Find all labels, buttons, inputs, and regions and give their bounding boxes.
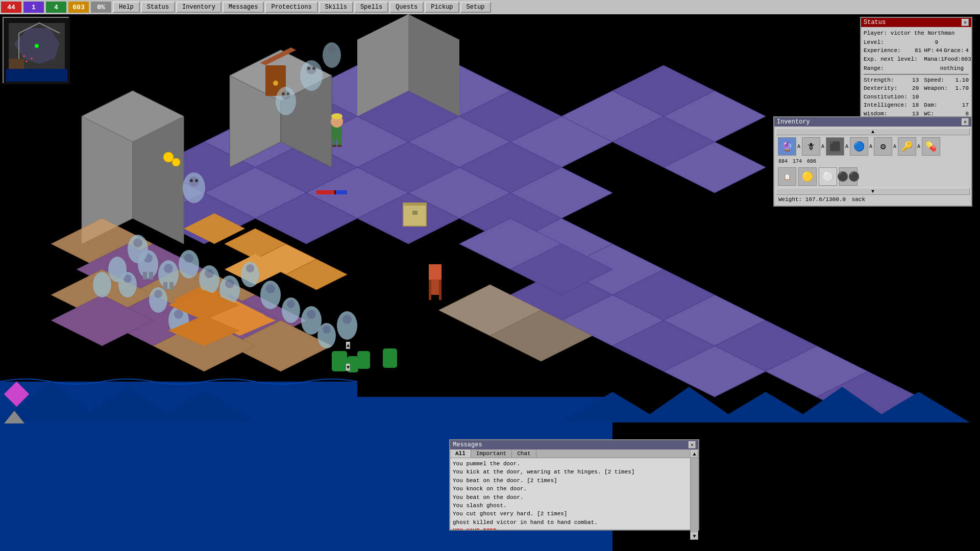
con-value: 10 [912, 93, 919, 102]
range-row: Range: nothing [864, 64, 969, 73]
svg-point-135 [108, 257, 127, 282]
svg-point-130 [323, 325, 331, 334]
svg-rect-80 [333, 139, 336, 145]
inventory-row-2: 📋 🟡 ⚪ ⚫⚫ [776, 165, 970, 188]
tab-all[interactable]: All [450, 449, 471, 458]
messages-scroll-down[interactable]: ▼ [691, 533, 698, 540]
messages-button[interactable]: Messages [223, 2, 264, 13]
msg-line-1: You kick at the door, wearing at the hin… [453, 468, 696, 476]
status-title-label: Status [864, 19, 886, 26]
svg-rect-141 [412, 211, 418, 215]
svg-point-122 [174, 310, 183, 319]
messages-close-button[interactable]: ✕ [689, 441, 696, 448]
inventory-slot-7[interactable]: 📋 [778, 167, 796, 186]
svg-point-134 [133, 238, 142, 247]
messages-content[interactable]: You pummel the door. You kick at the doo… [450, 458, 698, 530]
level-value: 9 [935, 38, 938, 47]
svg-point-170 [23, 55, 25, 57]
inventory-slot-8[interactable]: 🟡 [798, 167, 817, 186]
hp-stat-value: 44 [936, 46, 942, 55]
exp-hp-row: Experience: 81 HP: 44 Grace: 4 [864, 46, 969, 55]
inventory-slot-2[interactable]: ⬛ [826, 137, 844, 156]
scroll-down-button[interactable]: ▼ [346, 364, 350, 371]
tab-chat[interactable]: Chat [512, 449, 536, 458]
spells-button[interactable]: Spells [354, 2, 388, 13]
player-name: Player: victor the Northman [864, 29, 954, 38]
messages-title-label: Messages [453, 441, 482, 448]
svg-point-118 [225, 279, 234, 288]
inventory-slot-4[interactable]: ⚙ [874, 137, 892, 156]
range-label: Range: [864, 64, 884, 73]
speed-label: Speed: [924, 76, 944, 85]
help-button[interactable]: Help [113, 2, 140, 13]
inventory-title-bar[interactable]: Inventory ✕ [774, 117, 971, 127]
svg-point-99 [190, 179, 193, 182]
status-close-button[interactable]: ✕ [962, 19, 969, 26]
msg-line-7: ghost killed victor in hand to hand comb… [453, 519, 696, 527]
inventory-slot-1[interactable]: 🗡 [802, 137, 820, 156]
svg-point-128 [307, 310, 316, 319]
inventory-slot-9[interactable]: ⚪ [819, 167, 837, 186]
grace-label: Grace: [944, 46, 964, 55]
pickup-button[interactable]: Pickup [425, 2, 459, 13]
weapon-value: 1.70 [955, 84, 969, 93]
strength-speed-row: Strength: 13 Speed: 1.10 [864, 76, 969, 85]
svg-point-167 [35, 44, 39, 48]
inventory-slot-3[interactable]: 🔵 [850, 137, 868, 156]
inventory-row-1: 🔮 A 🗡 A ⬛ A 🔵 A ⚙ [776, 135, 970, 158]
scroll-up-button[interactable]: ▲ [346, 342, 350, 349]
inventory-close-button[interactable]: ✕ [962, 118, 969, 126]
svg-point-126 [287, 300, 295, 308]
dex-value: 20 [912, 84, 919, 93]
inventory-button[interactable]: Inventory [176, 2, 222, 13]
svg-rect-169 [6, 69, 67, 82]
inventory-slot-6[interactable]: 💊 [922, 137, 940, 156]
inventory-scroll-up[interactable]: ▲ [776, 128, 970, 135]
skills-button[interactable]: Skills [319, 2, 353, 13]
svg-point-172 [26, 60, 28, 62]
con-label: Constitution: [864, 93, 908, 102]
inventory-window: Inventory ✕ ▲ 🔮 A 🗡 A ⬛ A [773, 116, 972, 207]
str-label: Strength: [864, 76, 894, 85]
int-label: Intelligence: [864, 101, 908, 110]
tab-important[interactable]: Important [471, 449, 512, 458]
svg-rect-75 [383, 348, 397, 368]
setup-button[interactable]: Setup [460, 2, 491, 13]
range-value: nothing [940, 64, 964, 73]
inventory-slot-5[interactable]: 🔑 [898, 137, 916, 156]
svg-rect-108 [169, 282, 174, 290]
svg-rect-144 [429, 280, 431, 300]
gold-badge: 603 [68, 2, 89, 13]
dam-label: Dam: [924, 101, 937, 110]
inventory-slot-0[interactable]: 🔮 [778, 137, 796, 156]
exp-section: Experience: 81 [864, 46, 921, 55]
status-title-bar[interactable]: Status ✕ [861, 18, 971, 27]
svg-point-138 [172, 158, 180, 166]
svg-point-171 [31, 58, 33, 60]
food-value: 603 [961, 55, 971, 64]
svg-rect-82 [332, 145, 336, 147]
svg-rect-143 [429, 264, 442, 280]
inventory-scroll-down[interactable]: ▼ [776, 188, 970, 195]
protections-button[interactable]: Protections [265, 2, 317, 13]
hp-label: HP: [924, 46, 934, 55]
msg-line-3: You knock on the door. [453, 485, 696, 493]
inventory-title-label: Inventory [777, 118, 810, 126]
msg-line-4: You beat on the door. [453, 494, 696, 502]
dex-label: Dexterity: [864, 84, 897, 93]
game-viewport[interactable]: ▲ ▼ Status ✕ Player: victor the Northman… [0, 14, 980, 551]
menu-bar: 44 1 4 603 0% Help Status Inventory Mess… [0, 0, 980, 14]
level-label: Level: [864, 38, 884, 47]
messages-scrollbar: ▲ ▼ [690, 450, 698, 540]
messages-title-bar[interactable]: Messages ✕ [450, 440, 698, 449]
quests-button[interactable]: Quests [389, 2, 424, 13]
svg-point-124 [266, 284, 275, 293]
svg-point-136 [93, 272, 111, 297]
status-button[interactable]: Status [141, 2, 175, 13]
svg-point-96 [328, 45, 336, 53]
minimap[interactable] [3, 17, 69, 83]
messages-scroll-up[interactable]: ▲ [691, 450, 698, 458]
hp-badge: 44 [1, 2, 21, 13]
inventory-slot-10[interactable]: ⚫⚫ [839, 167, 857, 186]
player-name-row: Player: victor the Northman [864, 29, 969, 38]
